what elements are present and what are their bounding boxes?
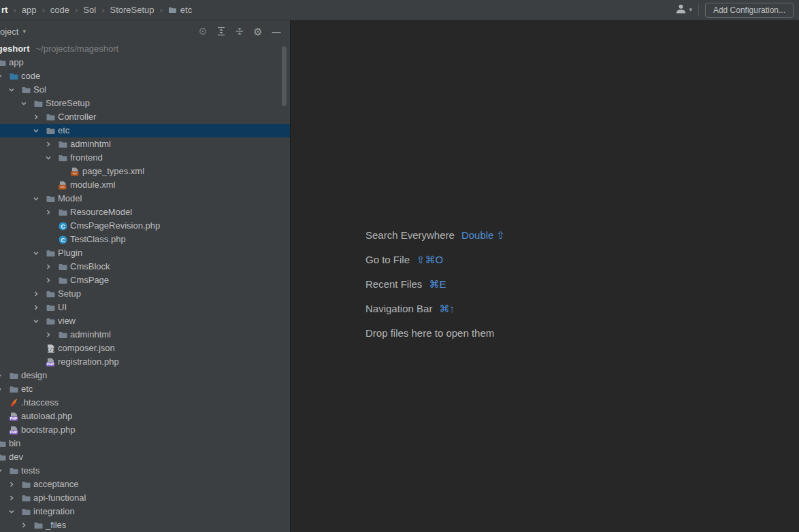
- tree-item-label: etc: [21, 382, 33, 396]
- tree-item-_files[interactable]: _files: [0, 518, 290, 532]
- tree-item-Plugin[interactable]: Plugin: [0, 246, 290, 260]
- tree-item-Sol[interactable]: Sol: [0, 83, 290, 97]
- tree-item-adminhtml[interactable]: adminhtml: [0, 328, 290, 342]
- chevron-spacer: [43, 180, 54, 190]
- tree-item-module.xml[interactable]: <>module.xml: [0, 178, 290, 192]
- tree-item-Model[interactable]: Model: [0, 192, 290, 205]
- chevron-spacer: [31, 343, 42, 354]
- chevron-collapsed-icon[interactable]: [43, 329, 54, 340]
- tree-item-Setup[interactable]: Setup: [0, 287, 290, 301]
- tree-scrollbar[interactable]: [282, 46, 287, 106]
- chevron-collapsed-icon[interactable]: [0, 370, 5, 381]
- tree-item-frontend[interactable]: frontend: [0, 151, 290, 165]
- breadcrumb-item-app[interactable]: app: [22, 5, 37, 15]
- tree-item-TestClass.php[interactable]: CTestClass.php: [0, 233, 290, 246]
- chevron-collapsed-icon[interactable]: [31, 302, 42, 313]
- folder-icon: [58, 262, 67, 271]
- chevron-collapsed-icon[interactable]: [31, 288, 42, 299]
- tree-item-.htaccess[interactable]: .htaccess: [0, 396, 290, 410]
- tree-item-CmsPageRevision.php[interactable]: CCmsPageRevision.php: [0, 219, 290, 233]
- tree-item-bootstrap.php[interactable]: PHPbootstrap.php: [0, 423, 290, 437]
- chevron-expanded-icon[interactable]: [31, 316, 42, 327]
- svg-text:C: C: [61, 236, 65, 243]
- chevron-collapsed-icon[interactable]: [43, 139, 54, 150]
- chevron-collapsed-icon[interactable]: [18, 520, 29, 531]
- tree-item-label: code: [21, 69, 40, 83]
- breadcrumb-item-etc[interactable]: etc: [168, 5, 192, 15]
- folder-icon: [58, 139, 67, 149]
- tree-item-CmsBlock[interactable]: CmsBlock: [0, 260, 290, 273]
- breadcrumb-item-rt[interactable]: rt: [1, 5, 7, 15]
- locate-file-button[interactable]: [197, 26, 208, 37]
- tree-item-StoreSetup[interactable]: StoreSetup: [0, 97, 290, 110]
- tree-item-registration.php[interactable]: PHPregistration.php: [0, 355, 290, 369]
- project-panel-title-dropdown[interactable]: oject ▾: [0, 27, 26, 37]
- chevron-collapsed-icon[interactable]: [0, 384, 5, 395]
- chevron-expanded-icon[interactable]: [6, 506, 17, 517]
- chevron-expanded-icon[interactable]: [31, 125, 42, 136]
- settings-button[interactable]: ⚙: [252, 26, 263, 37]
- tree-item-etc[interactable]: etc: [0, 382, 290, 396]
- tree-item-tests[interactable]: tests: [0, 464, 290, 478]
- breadcrumb-item-code[interactable]: code: [50, 5, 69, 15]
- add-configuration-button[interactable]: Add Configuration...: [705, 3, 794, 18]
- tree-item-bin[interactable]: bin: [0, 437, 290, 450]
- tree-item-acceptance[interactable]: acceptance: [0, 478, 290, 491]
- tree-item-code[interactable]: code: [0, 69, 290, 83]
- breadcrumb-label: rt: [1, 5, 7, 15]
- chevron-collapsed-icon[interactable]: [43, 261, 54, 272]
- tree-item-etc[interactable]: etc: [0, 124, 290, 137]
- tree-item-app[interactable]: app: [0, 56, 290, 69]
- tree-root-item[interactable]: mageshort~/projects/mageshort: [0, 42, 290, 56]
- chevron-expanded-icon[interactable]: [0, 71, 5, 82]
- tree-item-UI[interactable]: UI: [0, 301, 290, 314]
- tree-item-label: app: [9, 56, 24, 69]
- chevron-collapsed-icon[interactable]: [6, 479, 17, 490]
- shortcut-label: Search Everywhere: [365, 228, 455, 243]
- tree-item-label: module.xml: [70, 178, 115, 192]
- chevron-collapsed-icon[interactable]: [6, 493, 17, 503]
- chevron-expanded-icon[interactable]: [0, 465, 5, 476]
- expand-all-button[interactable]: [216, 26, 227, 37]
- tree-item-label: api-functional: [33, 491, 86, 505]
- minimize-icon: —: [272, 27, 281, 36]
- breadcrumb-separator-icon: ›: [75, 5, 78, 15]
- shortcut-label: Recent Files: [365, 277, 422, 292]
- breadcrumb-item-Sol[interactable]: Sol: [83, 5, 96, 15]
- chevron-expanded-icon[interactable]: [18, 98, 29, 109]
- tree-item-integration[interactable]: integration: [0, 505, 290, 518]
- tree-item-autoload.php[interactable]: PHPautoload.php: [0, 410, 290, 423]
- chevron-expanded-icon[interactable]: [31, 248, 42, 259]
- project-tool-window: oject ▾ ⚙ — mageshort~/projects/mageshor…: [0, 20, 290, 532]
- svg-text:<>: <>: [72, 171, 78, 176]
- chevron-expanded-icon[interactable]: [6, 84, 17, 95]
- tree-item-ResourceModel[interactable]: ResourceModel: [0, 205, 290, 219]
- chevron-spacer: [0, 425, 5, 435]
- chevron-expanded-icon[interactable]: [43, 152, 54, 163]
- chevron-expanded-icon[interactable]: [31, 193, 42, 204]
- chevron-collapsed-icon[interactable]: [43, 207, 54, 218]
- tree-item-adminhtml[interactable]: adminhtml: [0, 137, 290, 151]
- folder-source-icon: [9, 71, 18, 81]
- tree-item-CmsPage[interactable]: CmsPage: [0, 273, 290, 287]
- chevron-down-icon: ▾: [689, 7, 692, 13]
- tree-item-api-functional[interactable]: api-functional: [0, 491, 290, 505]
- collapse-all-button[interactable]: [234, 26, 245, 37]
- toolbar-divider: [698, 4, 699, 16]
- chevron-collapsed-icon[interactable]: [31, 112, 42, 122]
- hide-panel-button[interactable]: —: [271, 26, 282, 37]
- tree-item-label: Controller: [58, 110, 96, 124]
- tree-item-label: composer.json: [58, 342, 115, 355]
- tree-item-dev[interactable]: dev: [0, 450, 290, 464]
- breadcrumb-item-StoreSetup[interactable]: StoreSetup: [110, 5, 154, 15]
- tree-item-composer.json[interactable]: {♪}composer.json: [0, 342, 290, 355]
- tree-item-Controller[interactable]: Controller: [0, 110, 290, 124]
- tree-item-design[interactable]: design: [0, 369, 290, 382]
- project-tree: mageshort~/projects/mageshortappcodeSolS…: [0, 42, 290, 532]
- user-menu-button[interactable]: ▾: [675, 3, 692, 17]
- tree-item-page_types.xml[interactable]: <>page_types.xml: [0, 165, 290, 178]
- tree-item-label: UI: [58, 301, 67, 314]
- tree-item-view[interactable]: view: [0, 314, 290, 328]
- shortcut-label: Go to File: [365, 252, 410, 267]
- chevron-collapsed-icon[interactable]: [43, 275, 54, 286]
